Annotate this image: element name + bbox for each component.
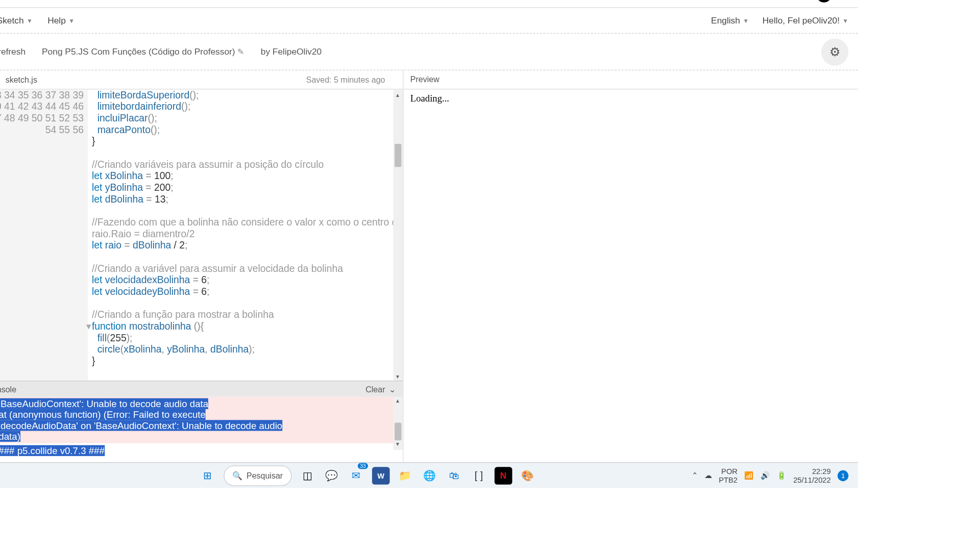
clock[interactable]: 22:2925/11/2022: [793, 467, 830, 484]
preview-title: Preview: [403, 70, 857, 89]
volume-icon[interactable]: 🔊: [761, 471, 770, 480]
console-header: Console Clear⌄: [0, 381, 403, 397]
wifi-icon[interactable]: 📶: [744, 471, 754, 480]
star-icon[interactable]: ☆: [761, 0, 769, 1]
onedrive-icon[interactable]: ☁: [704, 471, 712, 480]
extensions-icon[interactable]: ✦: [779, 0, 788, 1]
scroll-thumb[interactable]: [395, 423, 401, 441]
auto-refresh-toggle[interactable]: Auto-refresh: [0, 46, 26, 57]
translate-icon[interactable]: ⠿: [725, 0, 733, 1]
sidepanel-icon[interactable]: ◧: [797, 0, 807, 1]
chrome-app-icon[interactable]: 🌐: [421, 467, 439, 485]
explorer-app-icon[interactable]: 📁: [397, 467, 414, 485]
sketch-name[interactable]: Pong P5.JS Com Funções (Código do Profes…: [42, 46, 244, 57]
console-body[interactable]: 'BaseAudioContext': Unable to decode aud…: [0, 397, 403, 462]
notifications-badge[interactable]: 1: [838, 470, 848, 481]
pencil-icon: ✎: [237, 47, 244, 57]
editor-filename: sketch.js: [0, 75, 37, 85]
start-button[interactable]: ⊞: [199, 467, 217, 485]
scroll-up-icon[interactable]: ▴: [393, 89, 403, 99]
chevron-down-icon: ⌄: [389, 384, 396, 394]
editor-column: ‹ sketch.js Saved: 5 minutes ago 33 34 3…: [0, 70, 403, 462]
preview-column: Preview Loading...: [403, 70, 857, 462]
taskbar: 16°CLimpo ⊞ 🔍Pesquisar ◫ 💬 ✉33 W 📁 🌐 🛍 […: [0, 462, 858, 488]
save-status: Saved: 5 minutes ago: [306, 75, 403, 85]
kebab-menu-icon[interactable]: ⋮: [841, 0, 851, 1]
preview-body: Loading...: [403, 89, 857, 108]
menu-sketch[interactable]: Sketch▼: [0, 15, 33, 26]
battery-icon[interactable]: 🔋: [777, 471, 787, 480]
user-menu[interactable]: Hello, Fel peOliv20!▼: [763, 15, 848, 26]
scroll-up-icon[interactable]: ▴: [393, 397, 403, 407]
teams-app-icon[interactable]: 💬: [323, 467, 341, 485]
scroll-down-icon[interactable]: ▾: [393, 371, 403, 381]
key-icon[interactable]: ⊶: [705, 0, 716, 1]
toolbar: Auto-refresh Pong P5.JS Com Funções (Cód…: [0, 34, 858, 70]
taskbar-search[interactable]: 🔍Pesquisar: [224, 465, 292, 486]
share-icon[interactable]: ⇪: [742, 0, 751, 1]
settings-button[interactable]: ⚙: [821, 38, 848, 65]
netflix-app-icon[interactable]: N: [495, 467, 512, 485]
console-prompt[interactable]: ›: [0, 458, 403, 462]
editor-scrollbar[interactable]: ▴ ▾: [393, 89, 403, 381]
url-field[interactable]: 🔒 editor.p5js.org/FelipeOliv20/sketches/…: [0, 0, 699, 5]
mail-app-icon[interactable]: ✉33: [348, 467, 365, 485]
address-bar: ← → ⟳ 🔒 editor.p5js.org/FelipeOliv20/ske…: [0, 0, 858, 8]
avatar[interactable]: [817, 0, 831, 2]
code-editor[interactable]: 33 34 35 36 37 38 39 40 41 42 43 44 45 4…: [0, 89, 403, 381]
p5-navbar: p5* File▼Edit▼Sketch▼Help▼ English▼ Hell…: [0, 8, 858, 34]
paint-app-icon[interactable]: 🎨: [519, 467, 537, 485]
search-icon: 🔍: [232, 471, 242, 481]
word-app-icon[interactable]: W: [372, 467, 390, 485]
task-view-button[interactable]: ◫: [299, 467, 316, 485]
scroll-thumb[interactable]: [395, 144, 401, 167]
scroll-down-icon[interactable]: ▾: [393, 440, 403, 450]
brackets-app-icon[interactable]: [ ]: [470, 467, 488, 485]
tray-chevron-icon[interactable]: ⌃: [692, 471, 698, 480]
language-selector[interactable]: English▼: [711, 15, 749, 26]
keyboard-layout[interactable]: PORPTB2: [719, 467, 738, 484]
gear-icon: ⚙: [829, 44, 840, 59]
store-app-icon[interactable]: 🛍: [446, 467, 463, 485]
menu-help[interactable]: Help▼: [47, 15, 75, 26]
console-scrollbar[interactable]: ▴ ▾: [393, 397, 403, 450]
console-clear-button[interactable]: Clear⌄: [365, 384, 396, 394]
sketch-author: by FelipeOliv20: [261, 46, 322, 57]
